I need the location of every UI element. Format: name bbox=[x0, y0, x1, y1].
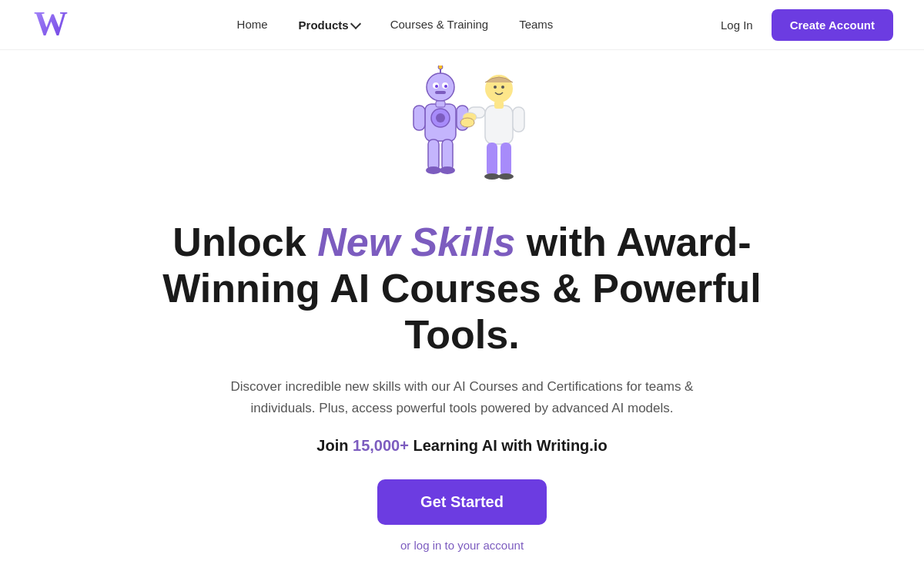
svg-point-17 bbox=[426, 166, 441, 174]
svg-rect-16 bbox=[442, 139, 453, 170]
hero-illustration bbox=[385, 66, 539, 204]
navbar: W Home Products Courses & Training Teams bbox=[0, 0, 924, 50]
login-link[interactable]: Log In bbox=[721, 18, 753, 32]
svg-point-21 bbox=[501, 86, 504, 89]
nav-teams[interactable]: Teams bbox=[519, 18, 553, 31]
svg-point-30 bbox=[498, 173, 514, 180]
svg-rect-25 bbox=[513, 107, 524, 132]
svg-text:W: W bbox=[34, 5, 68, 42]
hero-join-text: Join 15,000+ Learning AI with Writing.io bbox=[316, 437, 607, 455]
svg-rect-27 bbox=[487, 143, 497, 176]
svg-rect-28 bbox=[500, 143, 511, 176]
create-account-button[interactable]: Create Account bbox=[772, 9, 893, 41]
hero-subtitle: Discover incredible new skills with our … bbox=[200, 376, 724, 418]
svg-rect-8 bbox=[435, 91, 446, 94]
svg-point-18 bbox=[440, 166, 455, 174]
hero-join-suffix: Learning AI with Writing.io bbox=[409, 437, 608, 454]
svg-rect-12 bbox=[436, 101, 445, 107]
svg-point-29 bbox=[484, 173, 500, 180]
hero-join-prefix: Join bbox=[316, 437, 353, 454]
svg-point-1 bbox=[427, 73, 454, 101]
svg-point-7 bbox=[444, 85, 447, 88]
svg-rect-13 bbox=[413, 106, 425, 130]
nav-links: Home Products Courses & Training Teams bbox=[237, 18, 554, 32]
svg-rect-15 bbox=[428, 139, 439, 170]
logo[interactable]: W bbox=[31, 4, 69, 45]
svg-rect-22 bbox=[485, 106, 513, 144]
svg-rect-23 bbox=[494, 101, 504, 109]
nav-home[interactable]: Home bbox=[237, 18, 268, 31]
svg-point-6 bbox=[435, 85, 438, 88]
nav-products[interactable]: Products bbox=[299, 18, 360, 32]
chevron-down-icon bbox=[350, 18, 361, 29]
hero-join-count: 15,000+ bbox=[353, 437, 409, 454]
hero-login-sub-link[interactable]: or log in to your account bbox=[400, 539, 524, 552]
nav-actions: Log In Create Account bbox=[721, 9, 893, 41]
hero-section: Unlock New Skills with Award-Winning AI … bbox=[0, 50, 924, 552]
nav-courses-training[interactable]: Courses & Training bbox=[390, 18, 489, 31]
svg-point-20 bbox=[494, 86, 497, 89]
svg-point-11 bbox=[436, 113, 445, 123]
hero-title: Unlock New Skills with Award-Winning AI … bbox=[154, 220, 770, 358]
hero-title-part1: Unlock bbox=[172, 220, 317, 264]
svg-point-3 bbox=[438, 66, 443, 69]
get-started-button[interactable]: Get Started bbox=[377, 479, 547, 525]
svg-point-31 bbox=[460, 118, 474, 127]
hero-title-highlight: New Skills bbox=[317, 220, 515, 264]
